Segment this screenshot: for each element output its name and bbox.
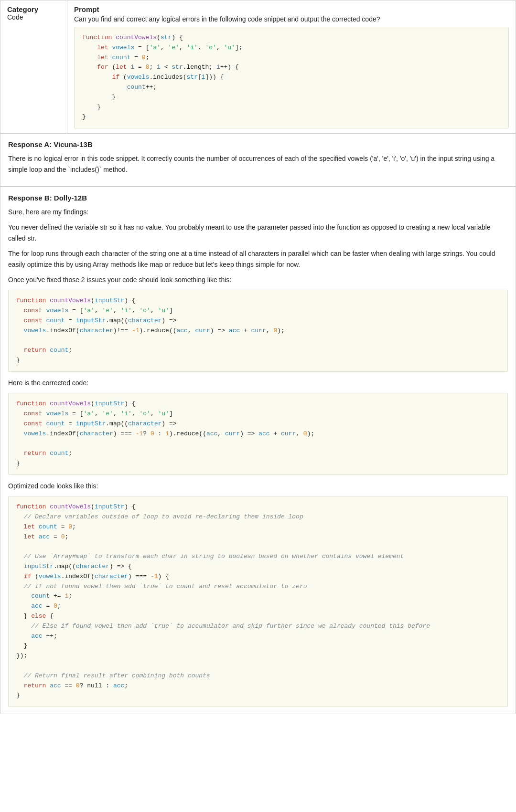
response-b-para1: You never defined the variable str so it… [8, 222, 508, 243]
prompt-text: Can you find and correct any logical err… [74, 15, 509, 23]
corrected-code-block-1: function countVowels(inputStr) { const v… [8, 290, 508, 372]
response-b-para2: The for loop runs through each character… [8, 248, 508, 270]
response-a-text: There is no logical error in this code s… [8, 153, 508, 175]
prompt-label: Prompt [74, 5, 509, 13]
response-b-optimized-label: Optimized code looks like this: [8, 481, 508, 491]
corrected-code-block-2: function countVowels(inputStr) { const v… [8, 393, 508, 475]
response-b-para3: Once you've fixed those 2 issues your co… [8, 274, 508, 285]
response-b-intro: Sure, here are my findings: [8, 207, 508, 217]
optimized-code-block: function countVowels(inputStr) { // Decl… [8, 496, 508, 707]
original-code-block: function countVowels(str) { let vowels =… [74, 27, 509, 128]
prompt-cell: Prompt Can you find and correct any logi… [67, 0, 516, 133]
category-label: Category [7, 5, 60, 13]
category-cell: Category Code [0, 0, 67, 133]
response-a-section: Response A: Vicuna-13B There is no logic… [0, 133, 516, 187]
response-b-corrected-label: Here is the corrected code: [8, 378, 508, 388]
response-b-title: Response B: Dolly-12B [8, 194, 508, 202]
category-value: Code [7, 13, 60, 21]
header-table: Category Code Prompt Can you find and co… [0, 0, 516, 133]
response-b-section: Response B: Dolly-12B Sure, here are my … [0, 187, 516, 714]
response-a-title: Response A: Vicuna-13B [8, 140, 508, 148]
